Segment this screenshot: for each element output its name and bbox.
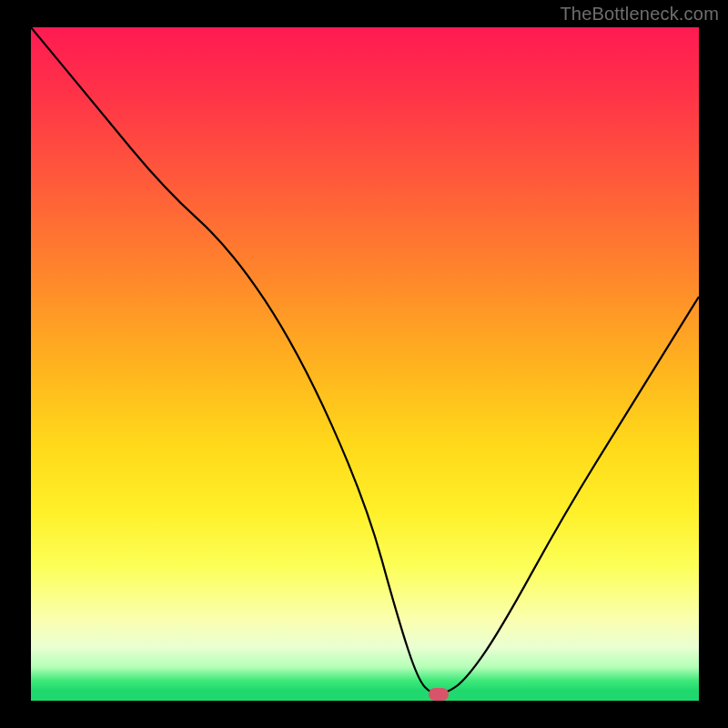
curve-path	[31, 27, 699, 694]
chart-frame: TheBottleneck.com	[0, 0, 728, 728]
watermark-text: TheBottleneck.com	[560, 4, 719, 25]
optimal-point-marker	[429, 688, 449, 701]
bottleneck-curve	[31, 27, 699, 701]
plot-area	[31, 27, 699, 701]
